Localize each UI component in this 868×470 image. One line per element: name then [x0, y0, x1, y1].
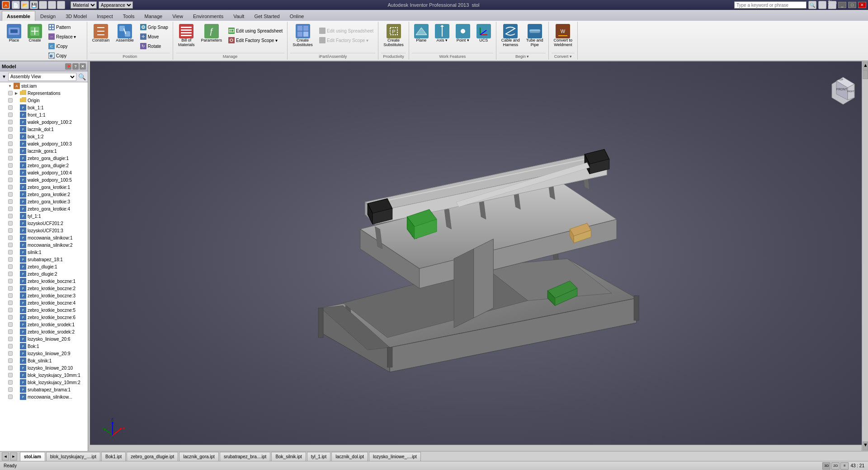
minimize-btn[interactable]: _ [838, 2, 846, 8]
tree-item-21[interactable]: Pmocowania_silnikow:1 [0, 234, 88, 241]
maximize-btn[interactable]: □ [848, 2, 856, 8]
close-btn[interactable]: ✕ [858, 2, 866, 8]
tree-expand-23[interactable] [14, 250, 19, 254]
edit-spreadsheet-button[interactable]: Edit using Spreadsheet [226, 26, 284, 35]
tree-item-32[interactable]: Pzebro_krotkie_boczne:6 [0, 314, 88, 321]
tree-item-14[interactable]: Pzebro_gora_krotkie:1 [0, 183, 88, 191]
tree-item-26[interactable]: Pzebro_dlugie:2 [0, 270, 88, 277]
tree-expand-16[interactable] [14, 199, 19, 204]
constrain-button[interactable]: Constrain [90, 23, 112, 44]
tree-expand-31[interactable] [14, 308, 19, 312]
assemble-button[interactable]: Assemble [113, 23, 136, 44]
search-icon[interactable]: 🔍 [808, 1, 816, 9]
viewport[interactable]: FRONT RIGHT TOP X Y Z ▲ ▼ [90, 61, 868, 451]
tree-expand-41[interactable] [14, 380, 19, 385]
tab-assemble[interactable]: Assemble [2, 11, 35, 21]
create-substitutes-button[interactable]: CreateSubstitutes [290, 23, 315, 49]
ucs-button[interactable]: UCS [474, 23, 493, 44]
bottom-tab-boksilnik[interactable]: Bok_silnik.ipt [271, 452, 306, 461]
tree-expand-9[interactable] [14, 149, 19, 153]
tree-item-9[interactable]: Placznik_gora:1 [0, 147, 88, 155]
open-btn[interactable]: 📂 [21, 1, 29, 9]
tab-environments[interactable]: Environments [188, 11, 228, 21]
bottom-tab-zebro[interactable]: zebro_gora_dlugie.ipt [127, 452, 178, 461]
tree-item-18[interactable]: Ptyl_1:1 [0, 212, 88, 220]
tree-item-28[interactable]: Pzebro_krotkie_boczne:2 [0, 285, 88, 292]
tree-item-7[interactable]: Pbok_1:2 [0, 133, 88, 140]
tree-expand-10[interactable] [14, 156, 19, 160]
sign-in-btn[interactable]: Sign In [828, 1, 836, 9]
tree-expand-32[interactable] [14, 315, 19, 320]
tree-expand-19[interactable] [14, 221, 19, 226]
assembly-view-dropdown[interactable]: Assembly View [8, 73, 76, 81]
tree-item-38[interactable]: PBok_silnik:1 [0, 357, 88, 364]
tree-expand-14[interactable] [14, 185, 19, 189]
redo-btn[interactable]: ↪ [48, 1, 56, 9]
tree-expand-42[interactable] [14, 387, 19, 392]
tab-next-btn[interactable]: ► [10, 452, 17, 461]
tree-expand-5[interactable] [14, 120, 19, 124]
tree-expand-8[interactable] [14, 141, 19, 146]
tree-item-41[interactable]: Pblok_lozyskujacy_10mm:2 [0, 379, 88, 386]
nav-cube[interactable]: FRONT RIGHT TOP [827, 75, 859, 107]
tab-tools[interactable]: Tools [118, 11, 140, 21]
tree-expand-18[interactable] [14, 214, 19, 218]
tree-item-10[interactable]: Pzebro_gora_dlugie:1 [0, 155, 88, 162]
tree-expand-3[interactable] [14, 105, 19, 110]
tree-expand-36[interactable] [14, 344, 19, 348]
tree-expand-40[interactable] [14, 373, 19, 377]
tree-item-15[interactable]: Pzebro_gora_krotkie:2 [0, 191, 88, 198]
tree-item-12[interactable]: Pwalek_podpory_100:4 [0, 169, 88, 176]
place-button[interactable]: Place [5, 23, 24, 44]
tree-expand-43[interactable] [14, 395, 19, 399]
tree-expand-26[interactable] [14, 272, 19, 276]
appearance-dropdown[interactable]: Appearance [99, 1, 133, 9]
tab-view[interactable]: View [167, 11, 188, 21]
search-tree-btn[interactable]: 🔍 [78, 73, 86, 80]
view-mode-3d-btn[interactable]: 3D [822, 462, 830, 470]
move-button[interactable]: ✛ Move [138, 32, 170, 41]
tree-expand-2[interactable] [14, 98, 19, 103]
tree-item-1[interactable]: ▶Representations [0, 89, 88, 97]
tree-item-36[interactable]: PBok:1 [0, 343, 88, 350]
tab-prev-btn[interactable]: ◄ [2, 452, 9, 461]
scroll-thumb[interactable] [863, 70, 868, 79]
view-mode-list-btn[interactable]: ≡ [840, 462, 849, 470]
tree-item-3[interactable]: Pbok_1:1 [0, 104, 88, 111]
bottom-tab-lozysko[interactable]: lozysko_liniowe_....ipt [369, 452, 421, 461]
axis-button[interactable]: Axis ▾ [433, 23, 452, 44]
create-button[interactable]: Create [25, 23, 44, 44]
bottom-tab-stol[interactable]: stol.iam [20, 452, 45, 461]
tab-getstarted[interactable]: Get Started [249, 11, 284, 21]
tree-item-25[interactable]: Pzebro_dlugie:1 [0, 263, 88, 270]
tree-expand-34[interactable] [14, 329, 19, 334]
tree-item-37[interactable]: Plozysko_liniowe_20:9 [0, 350, 88, 357]
tree-item-16[interactable]: Pzebro_gora_krotkie:3 [0, 198, 88, 205]
tree-expand-7[interactable] [14, 134, 19, 139]
rotate-button[interactable]: ↻ Rotate [138, 42, 170, 51]
tree-expand-0[interactable]: ▼ [8, 84, 12, 88]
tree-expand-24[interactable] [14, 257, 19, 262]
tab-manage[interactable]: Manage [139, 11, 167, 21]
tube-pipe-button[interactable]: Tube andPipe [524, 23, 546, 49]
tree-item-5[interactable]: Pwalek_podpory_100:2 [0, 118, 88, 126]
bottom-tab-lacznik[interactable]: lacznik_gora.ipt [179, 452, 218, 461]
convert-weldment-button[interactable]: W Convert toWeldment [552, 23, 575, 49]
tree-item-30[interactable]: Pzebro_krotkie_boczne:4 [0, 299, 88, 306]
material-dropdown[interactable]: Material [71, 1, 97, 9]
bom-button[interactable]: Bill ofMaterials [176, 23, 197, 49]
tree-item-20[interactable]: PlozyskoUCF201:3 [0, 227, 88, 234]
cable-harness-button[interactable]: Cable andHarness [499, 23, 522, 49]
tree-item-0[interactable]: ▼Astol.iam [0, 82, 88, 89]
parameters-button[interactable]: ƒ Parameters [198, 23, 224, 44]
tree-expand-20[interactable] [14, 228, 19, 233]
tree-item-43[interactable]: Pmocowania_silnikow... [0, 393, 88, 400]
tree-item-42[interactable]: Psrubatrapez_brama:1 [0, 386, 88, 393]
tree-item-4[interactable]: Pfront_1:1 [0, 111, 88, 118]
tree-expand-6[interactable] [14, 127, 19, 132]
tree-expand-39[interactable] [14, 366, 19, 370]
tree-item-40[interactable]: Pblok_lozyskujacy_10mm:1 [0, 371, 88, 379]
grip-snap-button[interactable]: Grip Snap [138, 23, 170, 32]
search-input[interactable] [734, 1, 807, 9]
tree-item-11[interactable]: Pzebro_gora_dlugie:2 [0, 162, 88, 169]
